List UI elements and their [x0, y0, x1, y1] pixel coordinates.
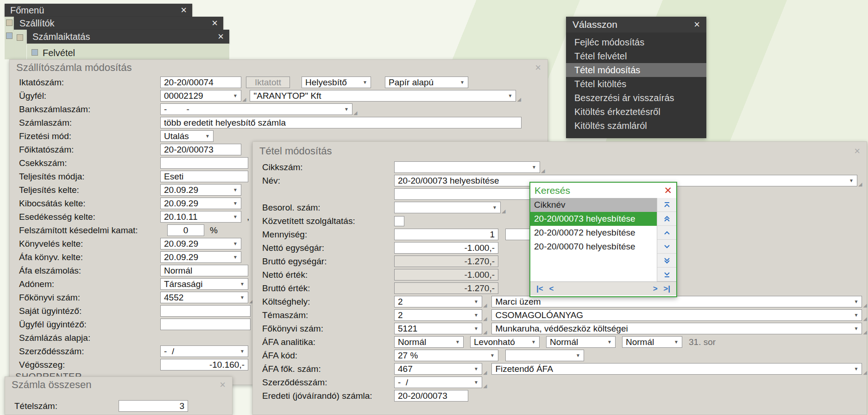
scroll-page-up-button[interactable]	[657, 212, 676, 226]
resize-handle-icon[interactable]: ◢	[863, 330, 867, 335]
netto-egysegar-field[interactable]: -1.000,-	[394, 242, 498, 254]
close-icon[interactable]: ×	[694, 19, 700, 30]
cikkszam-combo[interactable]: ▼	[394, 161, 540, 173]
besorol-szam-combo[interactable]: ▼	[394, 202, 501, 213]
afa-elszamolas-field[interactable]: Normál	[160, 265, 248, 276]
valasszon-menu-item[interactable]: Tétel felvétel	[566, 49, 706, 63]
iktatoszam-field[interactable]: 20-20/00074	[160, 77, 241, 88]
afa-analitika-combo-1[interactable]: Normál▼	[394, 336, 464, 348]
esedekesseg-kelte-combo[interactable]: 20.10.11▼	[160, 211, 241, 223]
valasszon-menu-item[interactable]: Kitöltés számláról	[566, 119, 706, 133]
resize-handle-icon[interactable]: ◢	[483, 303, 487, 308]
afa-konyv-kelte-combo[interactable]: 20.09.29▼	[160, 251, 241, 263]
prev-page-button[interactable]: <	[549, 284, 554, 293]
szallitok-titlebar[interactable]: Szállítók ×	[14, 17, 223, 30]
szerzodesszam-combo[interactable]: - /▼	[394, 377, 482, 388]
close-icon[interactable]: ×	[854, 146, 860, 156]
sajat-ugyintezo-field[interactable]	[160, 305, 251, 317]
close-icon[interactable]: ×	[212, 18, 218, 28]
temaszam-kod-combo[interactable]: 2▼	[394, 309, 482, 321]
resize-handle-icon[interactable]: ◢	[863, 370, 867, 376]
close-icon[interactable]: ×	[220, 380, 226, 390]
temaszam-nev-field[interactable]: CSOMAGOLÓANYAG▼	[491, 309, 862, 321]
afa-kod-combo-2[interactable]: ▼	[505, 350, 584, 361]
close-icon[interactable]: ×	[535, 63, 541, 73]
resize-handle-icon[interactable]: ◢	[541, 168, 545, 174]
konyveles-kelte-combo[interactable]: 20.09.29▼	[160, 238, 241, 249]
column-header[interactable]: Cikknév	[530, 198, 657, 212]
resize-handle-icon[interactable]: ◢	[353, 110, 357, 116]
kozvetitett-checkbox[interactable]	[394, 216, 404, 226]
first-page-button[interactable]: |<	[536, 284, 543, 293]
afa-kod-combo[interactable]: 27 %▼	[394, 350, 498, 361]
valasszon-menu-item[interactable]: Beszerzési ár visszaírás	[566, 91, 706, 105]
next-page-button[interactable]: >	[653, 284, 658, 293]
scroll-page-down-button[interactable]	[657, 254, 676, 268]
afa-fok-szam-combo[interactable]: 467▼	[394, 363, 482, 375]
resize-handle-icon[interactable]: ◢	[483, 316, 487, 322]
list-item-selected[interactable]: 20-20/00073 helyesbítése	[530, 212, 657, 226]
scroll-down-button[interactable]	[657, 240, 676, 254]
invoice-titlebar[interactable]: Szállítószámla módosítás ×	[10, 60, 547, 76]
fokonyvi-szam-nev-field[interactable]: Munkaruha, védőeszköz költségei▼	[491, 323, 862, 334]
valasszon-menu-item[interactable]: Kitöltés érkeztetésről	[566, 105, 706, 119]
szamlaszam-field[interactable]: több eredetit helyesbítő számla	[160, 117, 522, 128]
resize-handle-icon[interactable]: ◢	[502, 209, 505, 214]
scroll-bottom-button[interactable]	[657, 268, 676, 281]
kereses-titlebar[interactable]: Keresés ✕	[530, 183, 676, 198]
foiktatoszam-field[interactable]: 20-20/00073	[160, 144, 241, 155]
ugyfel-ugyintezo-field[interactable]	[160, 319, 251, 330]
valasszon-titlebar[interactable]: Válasszon ×	[566, 17, 706, 32]
koltseghely-kod-combo[interactable]: 2▼	[394, 296, 482, 307]
kesedelmi-kamat-field[interactable]: 0	[167, 224, 204, 236]
afa-fok-szam-nev-field[interactable]: Fizetendő ÁFA▼	[491, 363, 862, 375]
close-icon[interactable]: ×	[181, 5, 187, 15]
list-item[interactable]: 20-20/00072 helyesbítése	[530, 226, 657, 240]
valasszon-menu-item-selected[interactable]: Tétel módosítás	[566, 63, 706, 77]
resize-handle-icon[interactable]: ◢	[483, 383, 487, 389]
fizetesi-mod-combo[interactable]: Utalás▼	[160, 130, 214, 142]
menu-icon[interactable]	[6, 32, 13, 39]
ugyfel-kod-combo[interactable]: 00002129▼	[160, 90, 241, 102]
scroll-top-button[interactable]	[657, 198, 676, 212]
resize-handle-icon[interactable]: ◢	[858, 182, 862, 187]
close-icon[interactable]: ×	[218, 32, 224, 42]
bankszamla-combo[interactable]: - -▼	[160, 103, 352, 115]
fokonyvi-szam-kod-combo[interactable]: 5121▼	[394, 323, 482, 334]
menu-icon[interactable]	[17, 34, 23, 41]
close-icon[interactable]: ✕	[664, 185, 672, 195]
osszesen-titlebar[interactable]: Számla összesen ×	[5, 377, 232, 393]
afa-analitika-combo-3[interactable]: Normál▼	[546, 336, 616, 348]
resize-handle-icon[interactable]: ◢	[483, 370, 487, 376]
fokonyvi-szam-combo[interactable]: 4552▼	[160, 292, 248, 303]
szerzodesszam-combo[interactable]: - /▼	[160, 345, 248, 357]
scroll-up-button[interactable]	[657, 226, 676, 240]
ugyfel-nev-field[interactable]: "ARANYTOP" Kft▼	[250, 90, 516, 102]
menu-item-felvetel[interactable]: Felvétel	[43, 48, 75, 58]
kibocsatas-kelte-combo[interactable]: 20.09.29▼	[160, 198, 241, 209]
teljesites-kelte-combo[interactable]: 20.09.29▼	[160, 184, 241, 196]
szamla-alap-combo[interactable]: Papír alapú▼	[385, 77, 468, 88]
list-item[interactable]: 20-20/00070 helyesbítése	[530, 240, 657, 254]
mennyiseg-field[interactable]: 1	[394, 229, 498, 240]
nev2-field[interactable]	[394, 188, 530, 200]
resize-handle-icon[interactable]: ◢	[863, 316, 867, 322]
eredeti-szamla-field[interactable]: 20-20/00073	[394, 390, 468, 402]
afa-analitika-combo-2[interactable]: Levonható▼	[470, 336, 540, 348]
menu-icon[interactable]	[31, 49, 38, 56]
adonem-combo[interactable]: Társasági▼	[160, 278, 248, 290]
afa-analitika-combo-4[interactable]: Normál▼	[622, 336, 682, 348]
csekkszam-field[interactable]	[160, 157, 248, 169]
menu-icon[interactable]	[6, 19, 13, 26]
szamla-tipus-combo[interactable]: Helyesbítő▼	[302, 77, 371, 88]
teljesites-modja-field[interactable]: Eseti	[160, 171, 248, 182]
resize-handle-icon[interactable]: ◢	[483, 330, 487, 335]
valasszon-menu-item[interactable]: Tétel kitöltés	[566, 77, 706, 91]
resize-handle-icon[interactable]: ◢	[863, 303, 867, 308]
szamlaiktatas-titlebar[interactable]: Számlaiktatás ×	[27, 30, 229, 44]
fomenu-titlebar[interactable]: Főmenü ×	[5, 4, 192, 17]
last-page-button[interactable]: >|	[663, 284, 670, 293]
resize-handle-icon[interactable]: ◢	[517, 97, 521, 102]
resize-handle-icon[interactable]: ◢	[242, 97, 246, 102]
tetel-titlebar[interactable]: Tétel módosítás ×	[253, 142, 867, 160]
